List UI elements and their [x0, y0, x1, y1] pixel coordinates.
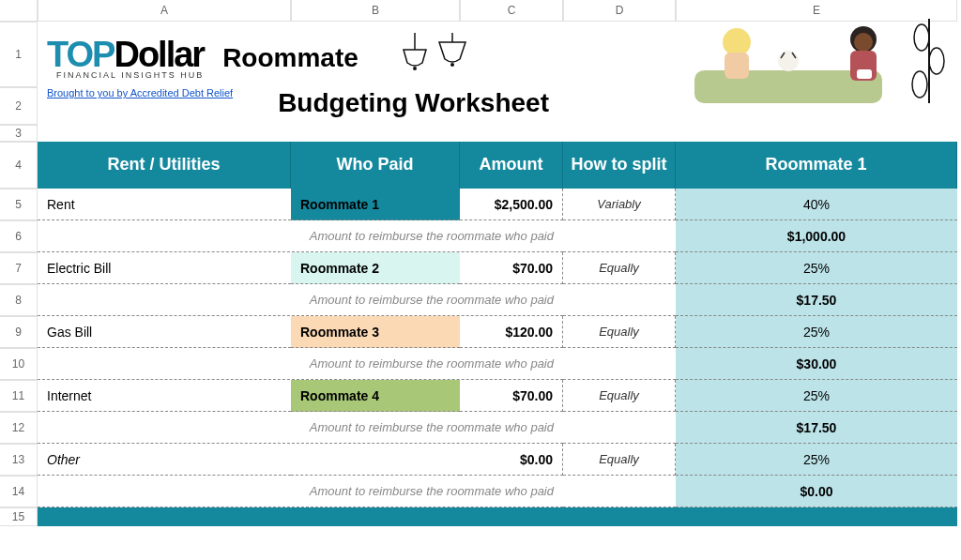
header-rent-utilities[interactable]: Rent / Utilities [38, 142, 291, 189]
reimburse-amount[interactable]: $1,000.00 [676, 220, 957, 252]
row-header-8[interactable]: 8 [0, 284, 38, 316]
col-header-D[interactable]: D [563, 0, 676, 22]
amount[interactable]: $70.00 [460, 380, 563, 412]
row-header-11[interactable]: 11 [0, 380, 38, 412]
reimburse-gap[interactable] [563, 476, 676, 507]
amount[interactable]: $120.00 [460, 316, 563, 348]
who-paid[interactable]: Roommate 3 [291, 316, 460, 348]
logo-text: TOPDollar [47, 37, 204, 72]
svg-point-13 [914, 24, 929, 51]
how-to-split[interactable]: Equally [563, 316, 676, 348]
svg-point-5 [723, 28, 751, 56]
lamps-icon [396, 33, 490, 84]
amount[interactable]: $2,500.00 [460, 189, 563, 220]
svg-point-7 [778, 51, 799, 71]
reimburse-gap[interactable] [563, 284, 676, 316]
how-to-split[interactable]: Equally [563, 380, 676, 412]
reimburse-gap[interactable] [563, 412, 676, 444]
item-name[interactable]: Electric Bill [38, 252, 291, 284]
col-header-C[interactable]: C [460, 0, 563, 22]
row-header-5[interactable]: 5 [0, 189, 38, 220]
row-header-1[interactable]: 1 [0, 22, 38, 87]
worksheet-title: Roommate [222, 42, 358, 74]
how-to-split[interactable]: Equally [563, 444, 676, 476]
brand-logo: TOPDollar FINANCIAL INSIGHTS HUB [47, 37, 204, 80]
col-header-A[interactable]: A [38, 0, 291, 22]
empty-row[interactable] [38, 125, 957, 142]
svg-point-3 [450, 63, 454, 67]
roommate1-share[interactable]: 25% [676, 316, 957, 348]
worksheet-title-2: Budgeting Worksheet [278, 87, 549, 119]
footer-bar[interactable] [38, 507, 957, 526]
banner-bottom: Brought to you by Accredited Debt Relief… [38, 87, 957, 125]
reimburse-label: Amount to reimburse the roommate who pai… [38, 412, 563, 444]
item-name[interactable]: Internet [38, 380, 291, 412]
item-name[interactable]: Rent [38, 189, 291, 220]
svg-point-9 [854, 33, 873, 52]
roommate1-share[interactable]: 40% [676, 189, 957, 220]
header-who-paid[interactable]: Who Paid [291, 142, 460, 189]
header-roommate-1[interactable]: Roommate 1 [676, 142, 957, 189]
row-header-4[interactable]: 4 [0, 142, 38, 189]
logo-top-text: TOP [47, 35, 114, 74]
roommate1-share[interactable]: 25% [676, 444, 957, 476]
reimburse-label: Amount to reimburse the roommate who pai… [38, 348, 563, 380]
row-header-7[interactable]: 7 [0, 252, 38, 284]
reimburse-amount[interactable]: $17.50 [676, 412, 957, 444]
reimburse-amount[interactable]: $17.50 [676, 284, 957, 316]
row-header-2[interactable]: 2 [0, 87, 38, 125]
row-header-15[interactable]: 15 [0, 507, 38, 526]
how-to-split[interactable]: Equally [563, 252, 676, 284]
row-header-3[interactable]: 3 [0, 125, 38, 142]
col-header-B[interactable]: B [291, 0, 460, 22]
reimburse-label: Amount to reimburse the roommate who pai… [38, 220, 563, 252]
item-name[interactable]: Gas Bill [38, 316, 291, 348]
reimburse-label: Amount to reimburse the roommate who pai… [38, 476, 563, 507]
svg-rect-6 [725, 53, 749, 79]
row-header-10[interactable]: 10 [0, 348, 38, 380]
header-how-to-split[interactable]: How to split [563, 142, 676, 189]
roommate1-share[interactable]: 25% [676, 380, 957, 412]
who-paid[interactable]: Roommate 1 [291, 189, 460, 220]
row-header-12[interactable]: 12 [0, 412, 38, 444]
row-header-13[interactable]: 13 [0, 444, 38, 476]
header-amount[interactable]: Amount [460, 142, 563, 189]
corner-cell[interactable] [0, 0, 38, 22]
spreadsheet-grid: A B C D E 1 TOPDollar FINANCIAL INSIGHTS… [0, 0, 961, 526]
credit-link[interactable]: Brought to you by Accredited Debt Relief [47, 87, 233, 98]
how-to-split[interactable]: Variably [563, 189, 676, 220]
svg-rect-11 [857, 69, 872, 79]
row-header-6[interactable]: 6 [0, 220, 38, 252]
amount[interactable]: $70.00 [460, 252, 563, 284]
roommate1-share[interactable]: 25% [676, 252, 957, 284]
reimburse-amount[interactable]: $30.00 [676, 348, 957, 380]
logo-dollar-text: Dollar [114, 35, 204, 74]
row-header-14[interactable]: 14 [0, 476, 38, 507]
row-header-9[interactable]: 9 [0, 316, 38, 348]
amount[interactable]: $0.00 [460, 444, 563, 476]
worksheet-title-line1: Roommate [222, 42, 358, 74]
who-paid[interactable]: Roommate 4 [291, 380, 460, 412]
who-paid[interactable]: Roommate 2 [291, 252, 460, 284]
reimburse-gap[interactable] [563, 220, 676, 252]
reimburse-amount[interactable]: $0.00 [676, 476, 957, 507]
item-name[interactable]: Other [38, 444, 291, 476]
who-paid[interactable] [291, 444, 460, 476]
reimburse-gap[interactable] [563, 348, 676, 380]
logo-subtitle: FINANCIAL INSIGHTS HUB [47, 70, 204, 80]
svg-point-14 [929, 48, 944, 74]
banner-top: TOPDollar FINANCIAL INSIGHTS HUB Roommat… [38, 22, 957, 87]
reimburse-label: Amount to reimburse the roommate who pai… [38, 284, 563, 316]
svg-point-1 [413, 67, 417, 70]
